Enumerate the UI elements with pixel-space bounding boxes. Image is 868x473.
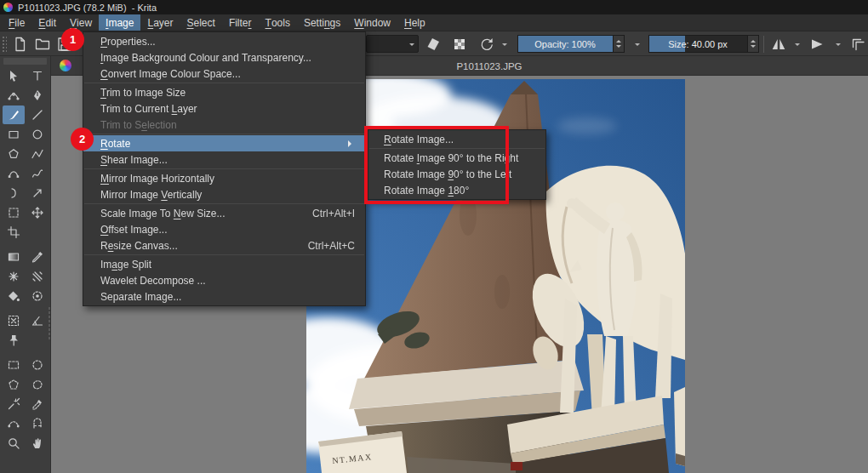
edit-shapes-tool[interactable]: [3, 86, 25, 105]
menu-separator: [83, 202, 365, 205]
menu-file[interactable]: File: [2, 14, 31, 31]
freehand-brush-tool[interactable]: [3, 105, 25, 124]
line-tool[interactable]: [26, 105, 49, 124]
similar-select-tool[interactable]: [3, 395, 25, 413]
select-shapes-tool[interactable]: [3, 66, 25, 85]
pan-tool[interactable]: [26, 434, 49, 453]
title-bar: P1011023.JPG (78.2 MiB) - Krita: [0, 0, 868, 14]
reference-images-tool[interactable]: [3, 331, 25, 350]
zoom-tool[interactable]: [3, 434, 25, 453]
menu-separator: [83, 133, 365, 135]
bezier-curve-tool[interactable]: [3, 164, 25, 183]
mirror-horizontal-options[interactable]: [836, 31, 841, 56]
panel-resize-handle[interactable]: [48, 306, 52, 340]
menu-item-offset-image[interactable]: Offset Image...: [83, 221, 365, 237]
pattern-edit-tool[interactable]: [3, 267, 25, 286]
move-tool[interactable]: [26, 203, 49, 222]
opacity-spinner[interactable]: [613, 36, 624, 52]
menu-item-trim-to-current-layer[interactable]: Trim to Current Layer: [83, 100, 365, 117]
gradient-tool[interactable]: [3, 248, 25, 266]
menu-item-mirror-horizontally[interactable]: Mirror Image Horizontally: [83, 170, 365, 186]
menu-image[interactable]: Image: [99, 14, 140, 31]
menu-window[interactable]: Window: [347, 14, 397, 31]
text-tool[interactable]: [26, 66, 49, 85]
krita-app-icon: [3, 3, 13, 12]
rectangle-tool[interactable]: [3, 125, 25, 144]
toolbar-separator: [763, 36, 764, 53]
menu-edit[interactable]: Edit: [31, 14, 63, 31]
menu-tools[interactable]: Tools: [259, 14, 297, 31]
preserve-alpha-button[interactable]: [451, 31, 468, 56]
menu-filter[interactable]: Filter: [222, 14, 259, 31]
ellipse-select-tool[interactable]: [26, 356, 49, 374]
menu-bar: File Edit View Image Layer Select Filter…: [0, 14, 868, 31]
toolbox-drag-handle[interactable]: [3, 58, 47, 65]
reload-preset-button[interactable]: [478, 31, 495, 56]
menu-item-rotate[interactable]: Rotate: [83, 135, 365, 151]
menu-item-image-background[interactable]: Image Background Colour and Transparency…: [83, 49, 365, 66]
menu-item-resize-canvas[interactable]: Resize Canvas...Ctrl+Alt+C: [83, 237, 365, 254]
transform-tool[interactable]: [3, 203, 25, 222]
color-sampler-tool[interactable]: [26, 248, 49, 266]
new-document-button[interactable]: [12, 31, 29, 56]
krita-file-icon: [60, 60, 71, 71]
mirror-view-horizontal-button[interactable]: [808, 31, 825, 56]
menu-separator: [83, 82, 365, 84]
mirror-vertical-options[interactable]: [795, 31, 800, 56]
menu-item-scale-image[interactable]: Scale Image To New Size...Ctrl+Alt+I: [83, 205, 365, 221]
toolbar-drag-handle[interactable]: [2, 31, 7, 56]
polygon-tool[interactable]: [3, 145, 25, 163]
menu-help[interactable]: Help: [397, 14, 432, 31]
eraser-mode-button[interactable]: [425, 31, 443, 56]
fill-tool[interactable]: [3, 287, 25, 305]
colorize-mask-tool[interactable]: [3, 311, 25, 330]
contiguous-select-tool[interactable]: [26, 395, 49, 413]
brush-presets-dropdown[interactable]: [366, 31, 419, 56]
mirror-view-vertical-button[interactable]: [770, 31, 787, 56]
smart-patch-tool[interactable]: [26, 267, 49, 286]
opacity-slider[interactable]: Opacity: 100%: [517, 31, 625, 56]
size-slider[interactable]: Size: 40.00 px: [648, 31, 759, 56]
menu-item-separate-image[interactable]: Separate Image...: [83, 288, 365, 305]
polygon-select-tool[interactable]: [3, 375, 25, 394]
annotation-step-2-badge: 2: [71, 128, 94, 151]
document-tab-title[interactable]: P1011023.JPG: [438, 56, 540, 76]
crop-tool[interactable]: [3, 223, 25, 242]
menu-layer[interactable]: Layer: [140, 14, 180, 31]
size-spinner[interactable]: [747, 36, 758, 52]
bezier-select-tool[interactable]: [3, 414, 25, 433]
image-menu-dropdown: Properties... Image Background Colour an…: [83, 31, 366, 306]
menu-item-shear-image[interactable]: Shear Image...: [83, 151, 365, 168]
menu-item-wavelet-decompose[interactable]: Wavelet Decompose ...: [83, 272, 365, 288]
reload-preset-options[interactable]: [502, 31, 507, 56]
opacity-options[interactable]: [635, 31, 640, 56]
dynamic-brush-tool[interactable]: [3, 184, 25, 202]
polyline-tool[interactable]: [26, 145, 49, 163]
calligraphy-tool[interactable]: [26, 86, 49, 105]
window-title: P1011023.JPG (78.2 MiB) - Krita: [18, 3, 157, 13]
shortcut-label: Ctrl+Alt+I: [312, 208, 355, 219]
submenu-arrow-icon: [348, 140, 355, 147]
menu-item-trim-to-image-size[interactable]: Trim to Image Size: [83, 84, 365, 100]
menu-settings[interactable]: Settings: [297, 14, 347, 31]
wrap-around-mode-button[interactable]: [849, 31, 866, 56]
krita-window: P1011023.JPG (78.2 MiB) - Krita File Edi…: [0, 0, 868, 473]
annotation-step-1-badge: 1: [61, 28, 84, 51]
multibrush-tool[interactable]: [26, 184, 49, 202]
freehand-path-tool[interactable]: [26, 164, 49, 183]
open-image-button[interactable]: [34, 31, 51, 56]
freehand-select-tool[interactable]: [26, 375, 49, 394]
menu-item-image-split[interactable]: Image Split: [83, 256, 365, 272]
enclose-fill-tool[interactable]: [26, 287, 49, 305]
menu-item-mirror-vertically[interactable]: Mirror Image Vertically: [83, 186, 365, 202]
menu-separator: [83, 254, 365, 256]
menu-item-convert-colour-space[interactable]: Convert Image Colour Space...: [83, 66, 365, 82]
menu-item-properties[interactable]: Properties...: [83, 33, 365, 49]
ellipse-tool[interactable]: [26, 125, 49, 144]
annotation-highlight-box: [364, 126, 509, 204]
menu-select[interactable]: Select: [180, 14, 222, 31]
rect-select-tool[interactable]: [3, 356, 25, 374]
measure-tool[interactable]: [26, 311, 49, 330]
magnetic-select-tool[interactable]: [26, 414, 49, 433]
chevron-down-icon: [409, 43, 414, 48]
